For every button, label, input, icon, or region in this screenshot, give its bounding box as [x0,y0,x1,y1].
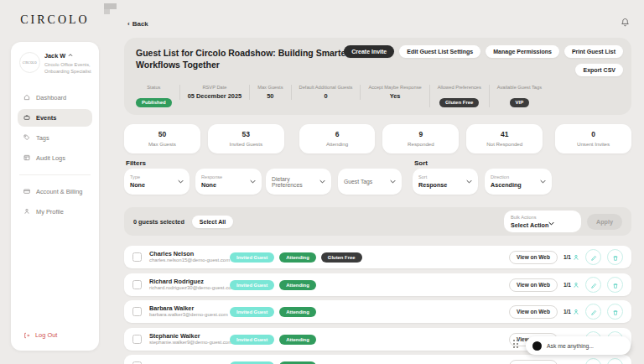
stats-row: 50Max Guests53Invited Guests6Attending9R… [124,124,631,153]
brand-logo: CIRCOLO [11,13,99,27]
meta-value: Yes [368,92,421,100]
gluten-free-badge: Gluten Free [321,252,362,263]
trash-icon [612,304,619,320]
view-on-web-button[interactable]: View on Web [509,278,558,292]
manage-permissions-button[interactable]: Manage Permissions [486,45,559,58]
stat-label: Attending [299,141,376,147]
pencil-icon [590,250,597,265]
edit-guest-list-settings-button[interactable]: Edit Guest List Settings [399,45,480,58]
meta-label: Accept Maybe Response [368,85,421,90]
dropdown-value: Response [418,181,447,189]
sidebar-item-my-profile[interactable]: My Profile [18,203,92,221]
dropdown-value: None [201,181,222,189]
guest-tags-dropdown[interactable]: Guest Tags [338,169,402,195]
avatar: CIRCOLO [19,52,40,73]
status-badge: VIP [510,98,530,107]
meta-label: Allowed Preferences [438,85,481,90]
delete-guest-button[interactable] [607,277,623,293]
trash-icon [612,278,619,293]
response-dropdown[interactable]: ResponseNone [195,169,262,195]
export-csv-button[interactable]: Export CSV [575,64,623,76]
select-all-button[interactable]: Select All [192,216,233,228]
stat-value: 41 [466,130,543,138]
pencil-icon [590,304,597,320]
guest-checkbox[interactable] [132,335,142,344]
create-invite-button[interactable]: Create Invite [344,45,394,58]
meta-label: Max Guests [257,85,283,90]
guest-row-actions: View on Web1/1 [509,249,623,265]
sidebar-item-label: Account & Billing [36,188,82,195]
assistant-icon [532,341,542,351]
guest-name: Stephanie Walker [149,332,230,340]
bulk-actions-bar: 0 guests selected Select All Bulk Action… [124,207,631,236]
guest-checkbox[interactable] [132,280,142,289]
meta-label: Status [136,85,172,90]
meta-value: 0 [299,92,353,100]
guest-checkbox[interactable] [132,307,142,316]
logout-label: Log Out [35,331,57,339]
attending-badge: Attending [279,252,315,263]
chat-drag-handle-icon[interactable] [512,339,519,348]
delete-guest-button[interactable] [607,304,623,320]
sidebar: CIRCOLO Jack W Circolo Office Events, On… [11,42,99,351]
dropdown-label: Type [130,174,145,179]
edit-guest-button[interactable] [585,304,601,320]
back-button[interactable]: ‹ Back [127,20,148,28]
sidebar-item-audit-logs[interactable]: Audit Logs [18,149,92,167]
guest-email: richard.rodriguez30@demo-guest.com [149,285,230,292]
stat-label: Max Guests [124,141,200,147]
view-on-web-button[interactable]: View on Web [509,251,558,264]
sidebar-item-account-billing[interactable]: Account & Billing [18,183,92,200]
sidebar-item-tags[interactable]: Tags [18,129,92,147]
bulk-actions-dropdown[interactable]: Bulk Actions Select Action [504,211,581,232]
type-dropdown[interactable]: TypeNone [124,169,190,195]
guest-badges: Invited GuestAttendingGluten Free [230,252,362,263]
delete-guest-button[interactable] [607,358,623,364]
direction-dropdown[interactable]: DirectionAscending [485,169,552,195]
stat-value: 50 [124,130,200,138]
person-icon [23,208,30,215]
meta-item-available-guest-tags: Available Guest TagsVIP [489,85,549,107]
meta-item-allowed-preferences: Allowed PreferencesGluten Free [429,85,489,107]
guest-row-actions: View on Web1/1 [509,304,623,320]
chat-assistant-bar[interactable]: Ask me anything... [526,336,631,355]
edit-guest-button[interactable] [585,358,601,364]
guest-name: Richard Rodriguez [149,278,230,285]
guest-badges: Invited GuestAttending [230,307,316,317]
meta-item-rsvp-date: RSVP Date05 December 2025 [179,85,250,100]
stat-label: Not Responded [466,141,543,147]
logout-button[interactable]: Log Out [23,331,57,339]
sidebar-item-label: My Profile [36,208,64,216]
table-icon [23,154,30,161]
filters-section-label: Filters [126,159,146,167]
edit-guest-button[interactable] [585,277,601,293]
guest-row: James JohnsonInvited GuestAttendingView … [124,355,631,364]
sidebar-divider [19,174,91,175]
guest-checkbox[interactable] [132,252,142,262]
pencil-icon [590,359,597,364]
sort-dropdown[interactable]: SortResponse [413,169,478,195]
guest-list-meta-row: StatusPublishedRSVP Date05 December 2025… [136,85,549,107]
sidebar-item-dashboard[interactable]: Dashboard [18,89,92,107]
person-icon [573,309,579,315]
sidebar-item-events[interactable]: Events [18,109,92,127]
view-on-web-button[interactable]: View on Web [509,305,558,319]
meta-value: 50 [257,92,283,100]
print-guest-list-button[interactable]: Print Guest List [564,45,623,58]
notifications-bell-icon[interactable] [621,15,630,30]
guest-count-value: 1/1 [564,282,571,288]
sidebar-item-label: Events [36,114,56,122]
meta-item-max-guests: Max Guests50 [249,85,290,100]
stat-label: Unsent Invites [555,141,631,147]
view-on-web-button[interactable]: View on Web [509,360,558,364]
stat-card-attending: 6Attending [299,124,376,153]
dietary-preferences-dropdown[interactable]: Dietary Preferences [266,169,331,195]
delete-guest-button[interactable] [607,249,623,265]
sidebar-item-label: Audit Logs [36,154,65,162]
meta-value: 05 December 2025 [188,92,242,100]
user-account-chip[interactable]: CIRCOLO Jack W Circolo Office Events, On… [19,52,92,75]
apply-button[interactable]: Apply [587,214,622,230]
user-subtitle-line2: Onboarding Specialist [44,68,91,75]
stat-value: 0 [555,130,631,138]
edit-guest-button[interactable] [585,249,601,265]
